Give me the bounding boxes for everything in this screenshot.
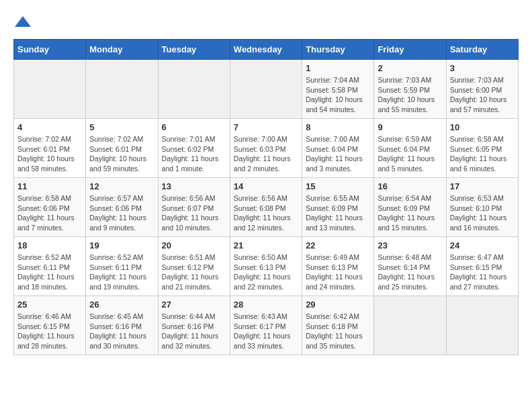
calendar-cell: 23Sunrise: 6:48 AMSunset: 6:14 PMDayligh… [374, 237, 446, 296]
calendar-cell: 1Sunrise: 7:04 AMSunset: 5:58 PMDaylight… [302, 60, 374, 119]
header-saturday: Saturday [446, 40, 518, 60]
calendar-cell: 29Sunrise: 6:42 AMSunset: 6:18 PMDayligh… [302, 296, 374, 355]
header-tuesday: Tuesday [158, 40, 230, 60]
day-info: Sunrise: 6:52 AMSunset: 6:11 PMDaylight:… [17, 253, 82, 292]
svg-marker-0 [15, 16, 31, 27]
header-wednesday: Wednesday [230, 40, 302, 60]
calendar-cell: 13Sunrise: 6:56 AMSunset: 6:07 PMDayligh… [158, 178, 230, 237]
day-info: Sunrise: 6:45 AMSunset: 6:16 PMDaylight:… [89, 312, 154, 351]
day-number: 28 [234, 300, 298, 310]
day-number: 10 [450, 122, 515, 132]
day-info: Sunrise: 6:55 AMSunset: 6:09 PMDaylight:… [306, 193, 370, 233]
calendar-cell: 7Sunrise: 7:00 AMSunset: 6:03 PMDaylight… [230, 119, 302, 178]
week-row-4: 18Sunrise: 6:52 AMSunset: 6:11 PMDayligh… [14, 237, 519, 296]
calendar-cell: 18Sunrise: 6:52 AMSunset: 6:11 PMDayligh… [14, 237, 86, 296]
header-monday: Monday [86, 40, 158, 60]
day-info: Sunrise: 6:42 AMSunset: 6:18 PMDaylight:… [306, 312, 370, 351]
calendar-cell: 10Sunrise: 6:58 AMSunset: 6:05 PMDayligh… [446, 119, 518, 178]
day-number: 14 [234, 181, 298, 191]
calendar-cell: 19Sunrise: 6:52 AMSunset: 6:11 PMDayligh… [86, 237, 158, 296]
day-number: 9 [378, 122, 442, 132]
day-number: 13 [162, 181, 226, 191]
day-info: Sunrise: 6:48 AMSunset: 6:14 PMDaylight:… [378, 253, 442, 292]
day-number: 1 [306, 63, 370, 73]
day-number: 26 [89, 300, 154, 310]
calendar-cell: 9Sunrise: 6:59 AMSunset: 6:04 PMDaylight… [374, 119, 446, 178]
calendar-cell: 20Sunrise: 6:51 AMSunset: 6:12 PMDayligh… [158, 237, 230, 296]
calendar-cell: 17Sunrise: 6:53 AMSunset: 6:10 PMDayligh… [446, 178, 518, 237]
day-info: Sunrise: 7:01 AMSunset: 6:02 PMDaylight:… [162, 134, 226, 174]
calendar-cell: 11Sunrise: 6:58 AMSunset: 6:06 PMDayligh… [14, 178, 86, 237]
calendar-cell: 27Sunrise: 6:44 AMSunset: 6:16 PMDayligh… [158, 296, 230, 355]
day-info: Sunrise: 7:00 AMSunset: 6:04 PMDaylight:… [306, 134, 370, 174]
week-row-1: 1Sunrise: 7:04 AMSunset: 5:58 PMDaylight… [14, 60, 519, 119]
day-number: 12 [89, 181, 154, 191]
calendar-cell: 8Sunrise: 7:00 AMSunset: 6:04 PMDaylight… [302, 119, 374, 178]
day-number: 19 [89, 240, 154, 250]
week-row-3: 11Sunrise: 6:58 AMSunset: 6:06 PMDayligh… [14, 178, 519, 237]
day-info: Sunrise: 6:43 AMSunset: 6:17 PMDaylight:… [234, 312, 298, 351]
day-number: 11 [17, 181, 82, 191]
day-number: 25 [17, 300, 82, 310]
header-sunday: Sunday [14, 40, 86, 60]
day-number: 6 [162, 122, 226, 132]
calendar-cell [446, 296, 518, 355]
day-info: Sunrise: 6:56 AMSunset: 6:08 PMDaylight:… [234, 193, 298, 233]
day-info: Sunrise: 6:51 AMSunset: 6:12 PMDaylight:… [162, 253, 226, 292]
day-number: 29 [306, 300, 370, 310]
day-number: 24 [450, 240, 515, 250]
day-info: Sunrise: 6:44 AMSunset: 6:16 PMDaylight:… [162, 312, 226, 351]
day-info: Sunrise: 7:02 AMSunset: 6:01 PMDaylight:… [17, 134, 82, 174]
header-thursday: Thursday [302, 40, 374, 60]
calendar-cell [374, 296, 446, 355]
day-info: Sunrise: 6:57 AMSunset: 6:06 PMDaylight:… [89, 193, 154, 233]
day-number: 5 [89, 122, 154, 132]
calendar-cell: 16Sunrise: 6:54 AMSunset: 6:09 PMDayligh… [374, 178, 446, 237]
calendar-cell: 12Sunrise: 6:57 AMSunset: 6:06 PMDayligh… [86, 178, 158, 237]
day-info: Sunrise: 7:00 AMSunset: 6:03 PMDaylight:… [234, 134, 298, 174]
day-number: 2 [378, 63, 442, 73]
day-number: 27 [162, 300, 226, 310]
day-number: 23 [378, 240, 442, 250]
calendar-cell: 6Sunrise: 7:01 AMSunset: 6:02 PMDaylight… [158, 119, 230, 178]
day-info: Sunrise: 6:58 AMSunset: 6:05 PMDaylight:… [450, 134, 515, 174]
calendar-cell: 14Sunrise: 6:56 AMSunset: 6:08 PMDayligh… [230, 178, 302, 237]
logo [13, 13, 35, 32]
day-info: Sunrise: 7:04 AMSunset: 5:58 PMDaylight:… [306, 75, 370, 115]
day-number: 4 [17, 122, 82, 132]
day-number: 17 [450, 181, 515, 191]
calendar-header-row: SundayMondayTuesdayWednesdayThursdayFrid… [14, 40, 519, 60]
day-number: 22 [306, 240, 370, 250]
day-info: Sunrise: 6:53 AMSunset: 6:10 PMDaylight:… [450, 193, 515, 233]
calendar-cell [230, 60, 302, 119]
day-info: Sunrise: 7:03 AMSunset: 5:59 PMDaylight:… [378, 75, 442, 115]
day-number: 21 [234, 240, 298, 250]
calendar-cell: 5Sunrise: 7:02 AMSunset: 6:01 PMDaylight… [86, 119, 158, 178]
calendar-cell: 15Sunrise: 6:55 AMSunset: 6:09 PMDayligh… [302, 178, 374, 237]
calendar-cell: 25Sunrise: 6:46 AMSunset: 6:15 PMDayligh… [14, 296, 86, 355]
day-number: 3 [450, 63, 515, 73]
day-info: Sunrise: 7:03 AMSunset: 6:00 PMDaylight:… [450, 75, 515, 115]
calendar-cell [14, 60, 86, 119]
day-info: Sunrise: 6:50 AMSunset: 6:13 PMDaylight:… [234, 253, 298, 292]
day-info: Sunrise: 6:54 AMSunset: 6:09 PMDaylight:… [378, 193, 442, 233]
day-info: Sunrise: 6:49 AMSunset: 6:13 PMDaylight:… [306, 253, 370, 292]
calendar-cell: 26Sunrise: 6:45 AMSunset: 6:16 PMDayligh… [86, 296, 158, 355]
header-friday: Friday [374, 40, 446, 60]
week-row-5: 25Sunrise: 6:46 AMSunset: 6:15 PMDayligh… [14, 296, 519, 355]
calendar-cell: 28Sunrise: 6:43 AMSunset: 6:17 PMDayligh… [230, 296, 302, 355]
day-info: Sunrise: 6:52 AMSunset: 6:11 PMDaylight:… [89, 253, 154, 292]
calendar-cell: 21Sunrise: 6:50 AMSunset: 6:13 PMDayligh… [230, 237, 302, 296]
calendar-cell: 22Sunrise: 6:49 AMSunset: 6:13 PMDayligh… [302, 237, 374, 296]
logo-icon [13, 13, 32, 32]
calendar-cell [158, 60, 230, 119]
day-info: Sunrise: 6:59 AMSunset: 6:04 PMDaylight:… [378, 134, 442, 174]
day-number: 15 [306, 181, 370, 191]
page-header [13, 13, 519, 32]
day-info: Sunrise: 6:46 AMSunset: 6:15 PMDaylight:… [17, 312, 82, 351]
day-info: Sunrise: 6:58 AMSunset: 6:06 PMDaylight:… [17, 193, 82, 233]
week-row-2: 4Sunrise: 7:02 AMSunset: 6:01 PMDaylight… [14, 119, 519, 178]
day-number: 8 [306, 122, 370, 132]
calendar-table: SundayMondayTuesdayWednesdayThursdayFrid… [13, 39, 519, 355]
day-number: 20 [162, 240, 226, 250]
